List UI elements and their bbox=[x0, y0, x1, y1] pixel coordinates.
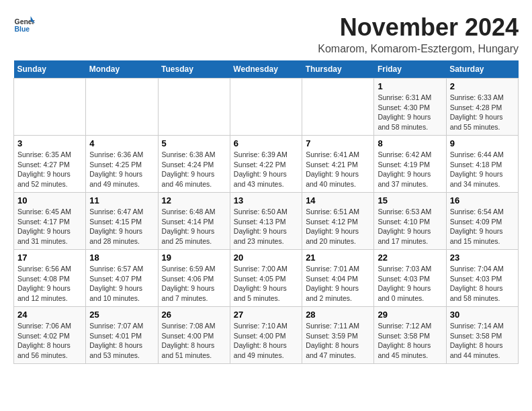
day-number: 17 bbox=[17, 253, 82, 263]
day-number: 29 bbox=[378, 310, 442, 320]
day-number: 5 bbox=[162, 138, 226, 148]
calendar-cell: 13Sunrise: 6:50 AMSunset: 4:13 PMDayligh… bbox=[230, 193, 302, 250]
day-number: 15 bbox=[378, 195, 442, 205]
day-info: Sunrise: 6:42 AMSunset: 4:19 PMDaylight:… bbox=[378, 150, 442, 189]
day-info: Sunrise: 6:48 AMSunset: 4:14 PMDaylight:… bbox=[162, 207, 226, 246]
day-number: 4 bbox=[89, 138, 154, 148]
day-info: Sunrise: 6:51 AMSunset: 4:12 PMDaylight:… bbox=[306, 207, 370, 246]
day-number: 23 bbox=[450, 253, 515, 263]
day-header-sunday: Sunday bbox=[14, 60, 86, 79]
day-info: Sunrise: 7:06 AMSunset: 4:02 PMDaylight:… bbox=[17, 321, 82, 361]
day-number: 27 bbox=[234, 310, 298, 320]
day-number: 12 bbox=[162, 195, 226, 205]
day-info: Sunrise: 7:01 AMSunset: 4:04 PMDaylight:… bbox=[306, 264, 370, 304]
day-info: Sunrise: 6:47 AMSunset: 4:15 PMDaylight:… bbox=[89, 207, 154, 246]
calendar-cell bbox=[302, 79, 374, 136]
day-info: Sunrise: 6:38 AMSunset: 4:24 PMDaylight:… bbox=[162, 150, 226, 189]
day-info: Sunrise: 6:45 AMSunset: 4:17 PMDaylight:… bbox=[17, 207, 82, 246]
calendar-cell: 28Sunrise: 7:11 AMSunset: 3:59 PMDayligh… bbox=[302, 307, 374, 364]
calendar-cell: 10Sunrise: 6:45 AMSunset: 4:17 PMDayligh… bbox=[14, 193, 86, 250]
day-info: Sunrise: 7:11 AMSunset: 3:59 PMDaylight:… bbox=[306, 321, 370, 361]
logo-icon: General Blue bbox=[13, 13, 35, 35]
week-row-2: 3Sunrise: 6:35 AMSunset: 4:27 PMDaylight… bbox=[14, 136, 519, 193]
day-info: Sunrise: 6:57 AMSunset: 4:07 PMDaylight:… bbox=[89, 264, 154, 304]
day-info: Sunrise: 7:00 AMSunset: 4:05 PMDaylight:… bbox=[234, 264, 298, 304]
day-number: 10 bbox=[17, 195, 82, 205]
day-number: 19 bbox=[162, 253, 226, 263]
calendar-cell: 27Sunrise: 7:10 AMSunset: 4:00 PMDayligh… bbox=[230, 307, 302, 364]
day-info: Sunrise: 6:39 AMSunset: 4:22 PMDaylight:… bbox=[234, 150, 298, 189]
day-number: 25 bbox=[89, 310, 154, 320]
calendar-cell bbox=[158, 79, 230, 136]
day-info: Sunrise: 7:07 AMSunset: 4:01 PMDaylight:… bbox=[89, 321, 154, 361]
day-info: Sunrise: 7:14 AMSunset: 3:58 PMDaylight:… bbox=[450, 321, 515, 361]
day-info: Sunrise: 6:31 AMSunset: 4:30 PMDaylight:… bbox=[378, 93, 442, 132]
calendar-cell bbox=[86, 79, 158, 136]
day-info: Sunrise: 6:59 AMSunset: 4:06 PMDaylight:… bbox=[162, 264, 226, 304]
day-number: 16 bbox=[450, 195, 515, 205]
calendar-cell: 24Sunrise: 7:06 AMSunset: 4:02 PMDayligh… bbox=[14, 307, 86, 364]
calendar-cell: 21Sunrise: 7:01 AMSunset: 4:04 PMDayligh… bbox=[302, 250, 374, 307]
day-info: Sunrise: 7:04 AMSunset: 4:03 PMDaylight:… bbox=[450, 264, 515, 304]
day-info: Sunrise: 6:44 AMSunset: 4:18 PMDaylight:… bbox=[450, 150, 515, 189]
day-info: Sunrise: 6:50 AMSunset: 4:13 PMDaylight:… bbox=[234, 207, 298, 246]
calendar-cell: 20Sunrise: 7:00 AMSunset: 4:05 PMDayligh… bbox=[230, 250, 302, 307]
calendar-cell: 30Sunrise: 7:14 AMSunset: 3:58 PMDayligh… bbox=[446, 307, 518, 364]
main-title: November 2024 bbox=[318, 13, 519, 42]
day-number: 6 bbox=[234, 138, 298, 148]
week-row-3: 10Sunrise: 6:45 AMSunset: 4:17 PMDayligh… bbox=[14, 193, 519, 250]
calendar-cell: 4Sunrise: 6:36 AMSunset: 4:25 PMDaylight… bbox=[86, 136, 158, 193]
day-header-wednesday: Wednesday bbox=[230, 60, 302, 79]
calendar-table: SundayMondayTuesdayWednesdayThursdayFrid… bbox=[13, 60, 519, 364]
day-number: 13 bbox=[234, 195, 298, 205]
calendar-cell: 1Sunrise: 6:31 AMSunset: 4:30 PMDaylight… bbox=[374, 79, 446, 136]
week-row-1: 1Sunrise: 6:31 AMSunset: 4:30 PMDaylight… bbox=[14, 79, 519, 136]
day-number: 26 bbox=[162, 310, 226, 320]
calendar-cell: 18Sunrise: 6:57 AMSunset: 4:07 PMDayligh… bbox=[86, 250, 158, 307]
page-header: General Blue November 2024 Komarom, Koma… bbox=[13, 13, 519, 55]
week-row-4: 17Sunrise: 6:56 AMSunset: 4:08 PMDayligh… bbox=[14, 250, 519, 307]
calendar-cell: 7Sunrise: 6:41 AMSunset: 4:21 PMDaylight… bbox=[302, 136, 374, 193]
day-number: 20 bbox=[234, 253, 298, 263]
day-header-tuesday: Tuesday bbox=[158, 60, 230, 79]
day-info: Sunrise: 6:41 AMSunset: 4:21 PMDaylight:… bbox=[306, 150, 370, 189]
day-number: 30 bbox=[450, 310, 515, 320]
calendar-cell: 16Sunrise: 6:54 AMSunset: 4:09 PMDayligh… bbox=[446, 193, 518, 250]
day-info: Sunrise: 6:36 AMSunset: 4:25 PMDaylight:… bbox=[89, 150, 154, 189]
calendar-cell: 19Sunrise: 6:59 AMSunset: 4:06 PMDayligh… bbox=[158, 250, 230, 307]
calendar-cell: 12Sunrise: 6:48 AMSunset: 4:14 PMDayligh… bbox=[158, 193, 230, 250]
day-number: 24 bbox=[17, 310, 82, 320]
subtitle: Komarom, Komarom-Esztergom, Hungary bbox=[318, 43, 519, 55]
day-number: 11 bbox=[89, 195, 154, 205]
day-info: Sunrise: 7:08 AMSunset: 4:00 PMDaylight:… bbox=[162, 321, 226, 361]
svg-text:Blue: Blue bbox=[15, 26, 30, 33]
calendar-cell: 15Sunrise: 6:53 AMSunset: 4:10 PMDayligh… bbox=[374, 193, 446, 250]
calendar-cell: 17Sunrise: 6:56 AMSunset: 4:08 PMDayligh… bbox=[14, 250, 86, 307]
calendar-cell: 22Sunrise: 7:03 AMSunset: 4:03 PMDayligh… bbox=[374, 250, 446, 307]
calendar-cell: 26Sunrise: 7:08 AMSunset: 4:00 PMDayligh… bbox=[158, 307, 230, 364]
day-info: Sunrise: 6:56 AMSunset: 4:08 PMDaylight:… bbox=[17, 264, 82, 304]
calendar-cell: 25Sunrise: 7:07 AMSunset: 4:01 PMDayligh… bbox=[86, 307, 158, 364]
day-info: Sunrise: 7:03 AMSunset: 4:03 PMDaylight:… bbox=[378, 264, 442, 304]
calendar-cell: 8Sunrise: 6:42 AMSunset: 4:19 PMDaylight… bbox=[374, 136, 446, 193]
day-number: 28 bbox=[306, 310, 370, 320]
day-info: Sunrise: 7:10 AMSunset: 4:00 PMDaylight:… bbox=[234, 321, 298, 361]
calendar-cell: 14Sunrise: 6:51 AMSunset: 4:12 PMDayligh… bbox=[302, 193, 374, 250]
day-info: Sunrise: 6:54 AMSunset: 4:09 PMDaylight:… bbox=[450, 207, 515, 246]
day-info: Sunrise: 6:53 AMSunset: 4:10 PMDaylight:… bbox=[378, 207, 442, 246]
day-number: 14 bbox=[306, 195, 370, 205]
day-info: Sunrise: 6:35 AMSunset: 4:27 PMDaylight:… bbox=[17, 150, 82, 189]
day-header-monday: Monday bbox=[86, 60, 158, 79]
calendar-cell: 2Sunrise: 6:33 AMSunset: 4:28 PMDaylight… bbox=[446, 79, 518, 136]
calendar-cell: 5Sunrise: 6:38 AMSunset: 4:24 PMDaylight… bbox=[158, 136, 230, 193]
day-header-friday: Friday bbox=[374, 60, 446, 79]
week-row-5: 24Sunrise: 7:06 AMSunset: 4:02 PMDayligh… bbox=[14, 307, 519, 364]
calendar-cell: 9Sunrise: 6:44 AMSunset: 4:18 PMDaylight… bbox=[446, 136, 518, 193]
day-number: 8 bbox=[378, 138, 442, 148]
day-info: Sunrise: 7:12 AMSunset: 3:58 PMDaylight:… bbox=[378, 321, 442, 361]
day-number: 18 bbox=[89, 253, 154, 263]
day-number: 22 bbox=[378, 253, 442, 263]
day-info: Sunrise: 6:33 AMSunset: 4:28 PMDaylight:… bbox=[450, 93, 515, 132]
calendar-cell: 3Sunrise: 6:35 AMSunset: 4:27 PMDaylight… bbox=[14, 136, 86, 193]
calendar-cell: 6Sunrise: 6:39 AMSunset: 4:22 PMDaylight… bbox=[230, 136, 302, 193]
